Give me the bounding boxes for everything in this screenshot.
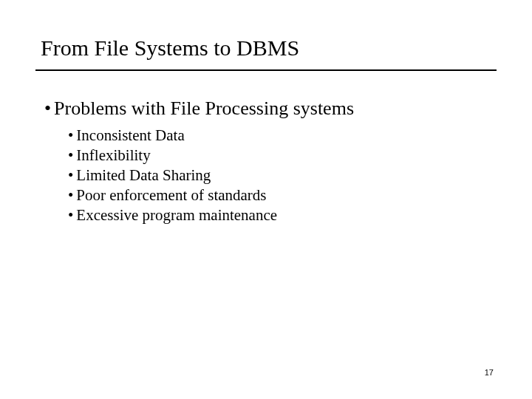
title-underline	[35, 69, 497, 71]
main-bullet-text: Problems with File Processing systems	[54, 98, 354, 119]
bullet-icon: •	[68, 185, 73, 205]
list-item-text: Excessive program maintenance	[76, 206, 277, 224]
list-item: •Inflexibility	[68, 146, 277, 166]
list-item-text: Limited Data Sharing	[76, 166, 211, 184]
main-bullet: •Problems with File Processing systems	[44, 98, 354, 120]
list-item-text: Inconsistent Data	[76, 126, 184, 144]
bullet-icon: •	[44, 98, 51, 120]
list-item: •Excessive program maintenance	[68, 205, 277, 225]
slide: From File Systems to DBMS •Problems with…	[0, 0, 532, 399]
bullet-icon: •	[68, 146, 73, 166]
bullet-icon: •	[68, 166, 73, 185]
slide-title: From File Systems to DBMS	[41, 35, 299, 61]
list-item: •Limited Data Sharing	[68, 166, 277, 185]
page-number: 17	[485, 368, 494, 377]
bullet-icon: •	[68, 126, 73, 146]
list-item-text: Poor enforcement of standards	[76, 186, 266, 204]
list-item-text: Inflexibility	[76, 146, 150, 164]
list-item: •Inconsistent Data	[68, 126, 277, 146]
bullet-icon: •	[68, 205, 73, 225]
sub-bullet-list: •Inconsistent Data •Inflexibility •Limit…	[68, 126, 277, 225]
list-item: •Poor enforcement of standards	[68, 185, 277, 205]
